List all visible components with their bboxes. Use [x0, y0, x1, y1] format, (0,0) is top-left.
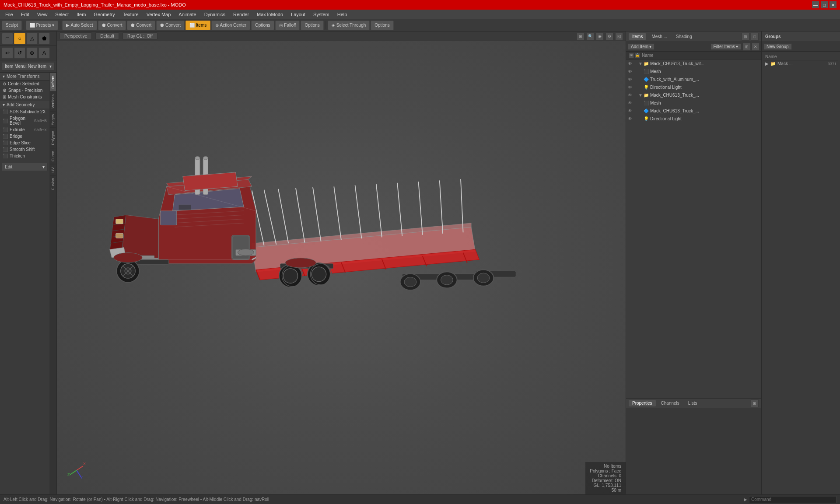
menu-file[interactable]: File	[2, 11, 17, 18]
vp-ctrl-1[interactable]: ⊞	[577, 32, 584, 40]
add-geometry-header[interactable]: ▾ Add Geometry	[0, 101, 49, 108]
edge-slice-btn[interactable]: ⬛ Edge Slice	[0, 140, 49, 146]
snaps-btn[interactable]: ⚙ Snaps - Precision	[0, 87, 49, 94]
vp-ctrl-3[interactable]: ◉	[596, 32, 604, 40]
eye-4[interactable]: 👁	[628, 93, 634, 98]
rbb-tab-properties[interactable]: Properties	[629, 400, 656, 406]
items-grid-btn[interactable]: ⊞	[743, 43, 751, 51]
text-icon-btn[interactable]: A	[38, 47, 50, 59]
menu-system[interactable]: System	[310, 11, 333, 18]
add-item-btn[interactable]: Add Item ▾	[628, 43, 654, 50]
item-row-5[interactable]: 👁 ⬛ Mesh	[626, 99, 761, 107]
menu-render[interactable]: Render	[230, 11, 252, 18]
filter-items-btn[interactable]: Filter Items ▾	[710, 43, 741, 50]
default-tab[interactable]: Default	[95, 32, 119, 40]
eye-6[interactable]: 👁	[628, 108, 634, 113]
item-row-6[interactable]: 👁 🔷 Mack_CHU613_Truck_...	[626, 107, 761, 115]
menu-edit[interactable]: Edit	[18, 11, 33, 18]
menu-texture[interactable]: Texture	[119, 11, 142, 18]
convert-btn3[interactable]: ⬟ Convert	[156, 21, 185, 30]
rbb-expand-icon[interactable]: ⊞	[751, 399, 759, 407]
vtab-polygon[interactable]: Polygon	[50, 128, 56, 148]
rp-settings-btn[interactable]: □	[751, 33, 759, 41]
command-arrow[interactable]: ▶	[744, 497, 747, 502]
maximize-btn[interactable]: □	[821, 1, 828, 8]
new-group-btn[interactable]: New Group	[763, 43, 792, 50]
add-icon-btn[interactable]: ⊕	[26, 47, 38, 59]
vtab-vertices[interactable]: Vertices	[50, 91, 56, 111]
menu-view[interactable]: View	[34, 11, 51, 18]
viewport-canvas[interactable]: No Items Polygons : Face Channels: 0 Def…	[57, 41, 626, 494]
menu-animate[interactable]: Animate	[175, 11, 200, 18]
item-row-3[interactable]: 👁 💡 Directional Light	[626, 83, 761, 91]
item-row-1[interactable]: 👁 ⬛ Mesh	[626, 67, 761, 75]
undo-icon-btn[interactable]: ↩	[2, 47, 13, 59]
extrude-btn[interactable]: ⬛ Extrude Shift+X	[0, 126, 49, 133]
polygon-bevel-btn[interactable]: ⬛ Polygon Bevel Shift+B	[0, 115, 49, 126]
eye-5[interactable]: 👁	[628, 101, 634, 105]
tool-sculpt-icon[interactable]: □	[2, 33, 13, 44]
rp-tab-items[interactable]: Items	[629, 33, 646, 40]
bridge-btn[interactable]: ⬛ Bridge	[0, 133, 49, 140]
presets-btn[interactable]: ⬜ Presets ▾	[26, 21, 58, 30]
item-row-7[interactable]: 👁 💡 Directional Light	[626, 115, 761, 122]
perspective-tab[interactable]: Perspective	[60, 32, 92, 40]
raygl-tab[interactable]: Ray GL :: Off	[122, 32, 158, 40]
title-controls[interactable]: — □ ✕	[812, 1, 836, 8]
vp-ctrl-2[interactable]: 🔍	[586, 32, 594, 40]
tool-tri-icon[interactable]: △	[26, 33, 38, 44]
convert-btn2[interactable]: ⬟ Convert	[127, 21, 155, 30]
items-btn[interactable]: ⬜ Items	[186, 21, 210, 30]
action-center-btn[interactable]: ⊕ Action Center	[211, 21, 250, 30]
tool-poly-icon[interactable]: ⬟	[38, 33, 50, 44]
close-btn[interactable]: ✕	[830, 1, 836, 8]
eye-0[interactable]: 👁	[628, 61, 634, 66]
menu-maxtomodo[interactable]: MaxToModo	[253, 11, 287, 18]
center-selected-btn[interactable]: ⊙ Center Selected	[0, 80, 49, 87]
menu-help[interactable]: Help	[334, 11, 351, 18]
vtab-deform[interactable]: Deform	[50, 73, 56, 91]
vtab-edges[interactable]: Edges	[50, 111, 56, 128]
sculpt-btn[interactable]: Sculpt	[2, 21, 22, 30]
item-row-4[interactable]: 👁 ▼ 📁 Mack_CHU613_Truck_...	[626, 91, 761, 99]
edit-btn[interactable]: Edit ▾	[2, 163, 48, 171]
auto-select-btn[interactable]: ▶ Auto Select	[62, 21, 97, 30]
viewport-area[interactable]: Perspective Default Ray GL :: Off ⊞ 🔍 ◉ …	[57, 32, 626, 494]
eye-1[interactable]: 👁	[628, 69, 634, 74]
item-row-0[interactable]: 👁 ▼ 📁 Mack_CHU613_Truck_wit...	[626, 60, 761, 67]
rp-expand-btn[interactable]: ⊞	[742, 33, 749, 41]
falloff-btn[interactable]: ◎ Falloff	[275, 21, 300, 30]
rbb-tab-channels[interactable]: Channels	[658, 400, 683, 406]
select-through-btn[interactable]: ◈ Select Through	[328, 21, 370, 30]
menu-layout[interactable]: Layout	[287, 11, 309, 18]
options-btn1[interactable]: Options	[251, 21, 274, 30]
items-close-btn[interactable]: ✕	[752, 43, 760, 51]
item-menu-btn[interactable]: Item Menu: New Item ▾	[2, 62, 55, 70]
expand-0[interactable]: ▼	[638, 61, 643, 66]
expand-4[interactable]: ▼	[638, 93, 643, 98]
col-vis-btn[interactable]: 👁	[629, 53, 634, 58]
convert-btn1[interactable]: ⬟ Convert	[98, 21, 126, 30]
rbb-tab-lists[interactable]: Lists	[685, 400, 701, 406]
vtab-fusion[interactable]: Fusion	[50, 175, 56, 192]
item-row-2[interactable]: 👁 🔷 Truck_with_Aluminum_...	[626, 75, 761, 83]
menu-geometry[interactable]: Geometry	[90, 11, 118, 18]
vtab-uv[interactable]: UV	[50, 164, 56, 175]
menu-vertexmap[interactable]: Vertex Map	[143, 11, 175, 18]
thicken-btn[interactable]: ⬛ Thicken	[0, 153, 49, 159]
menu-item[interactable]: Item	[73, 11, 89, 18]
group-item-0[interactable]: ▶ 📁 Mack ... 3371	[763, 60, 838, 67]
eye-2[interactable]: 👁	[628, 77, 634, 82]
smooth-shift-btn[interactable]: ⬛ Smooth Shift	[0, 146, 49, 153]
rp-tab-mesh[interactable]: Mesh ...	[648, 33, 671, 40]
options-btn3[interactable]: Options	[371, 21, 393, 30]
menu-select[interactable]: Select	[52, 11, 72, 18]
vtab-curve[interactable]: Curve	[50, 148, 56, 164]
eye-7[interactable]: 👁	[628, 116, 634, 121]
redo-icon-btn[interactable]: ↺	[14, 47, 25, 59]
vp-ctrl-4[interactable]: ⚙	[606, 32, 613, 40]
mesh-constraints-btn[interactable]: ⊞ Mesh Constraints	[0, 94, 49, 100]
vp-ctrl-5[interactable]: ◱	[615, 32, 623, 40]
options-btn2[interactable]: Options	[301, 21, 323, 30]
menu-dynamics[interactable]: Dynamics	[201, 11, 229, 18]
